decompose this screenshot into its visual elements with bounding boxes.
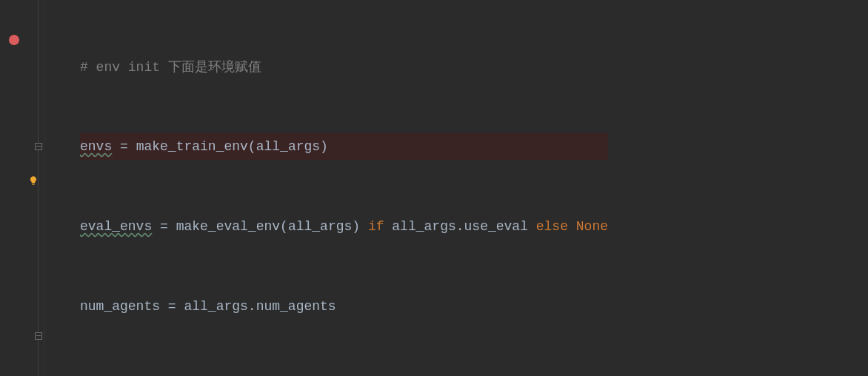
code-line[interactable]: # env init 下面是环境赋值 — [80, 53, 608, 80]
comment: # env init 下面是环境赋值 — [80, 60, 261, 75]
keyword-none: None — [576, 219, 608, 234]
editor-gutter[interactable] — [0, 0, 44, 376]
breakpoint-marker[interactable] — [9, 35, 19, 45]
fold-collapse-icon[interactable] — [35, 332, 42, 340]
function-call: make_eval_env — [176, 219, 280, 234]
keyword-if: if — [368, 219, 384, 234]
fold-line — [38, 0, 39, 145]
code-area[interactable]: # env init 下面是环境赋值 envs = make_train_env… — [44, 0, 608, 376]
code-line[interactable] — [80, 373, 608, 376]
code-line[interactable]: eval_envs = make_eval_env(all_args) if a… — [80, 213, 608, 240]
lightbulb-icon[interactable] — [28, 169, 39, 179]
code-line[interactable]: num_agents = all_args.num_agents — [80, 293, 608, 320]
variable: eval_envs — [80, 219, 152, 234]
fold-collapse-icon[interactable] — [35, 143, 42, 150]
fold-line — [38, 340, 39, 376]
keyword-else: else — [536, 219, 568, 234]
code-line[interactable]: envs = make_train_env(all_args) — [80, 133, 608, 160]
variable: envs — [80, 139, 112, 154]
function-call: make_train_env — [136, 139, 248, 154]
code-editor[interactable]: # env init 下面是环境赋值 envs = make_train_env… — [0, 0, 868, 376]
